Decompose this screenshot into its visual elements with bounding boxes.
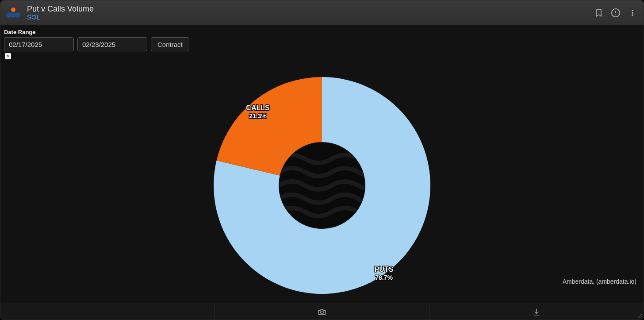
chart-area: PUTS78.7%CALLS21.3% Amberdata, (amberdat… (0, 60, 644, 304)
brand-logo (4, 4, 23, 22)
expand-toggle[interactable]: > (5, 53, 11, 59)
svg-point-16 (321, 311, 324, 314)
svg-text:21.3%: 21.3% (249, 112, 267, 120)
svg-point-8 (632, 12, 633, 13)
attribution-text: Amberdata, (amberdata.io) (563, 278, 636, 285)
bookmark-icon[interactable] (594, 8, 604, 18)
page-subtitle: SOL (27, 13, 94, 21)
more-vertical-icon[interactable] (628, 8, 637, 18)
svg-point-0 (11, 8, 15, 12)
donut-chart: PUTS78.7%CALLS21.3% (198, 62, 446, 309)
svg-point-9 (632, 14, 633, 15)
svg-text:PUTS: PUTS (375, 266, 394, 273)
svg-text:CALLS: CALLS (246, 104, 270, 112)
page-title: Put v Calls Volume (27, 4, 94, 14)
app-window: Put v Calls Volume SOL (0, 0, 644, 320)
date-start-input[interactable] (4, 37, 74, 51)
header-bar: Put v Calls Volume SOL (0, 0, 644, 25)
footer-cell-left[interactable] (0, 304, 215, 320)
alert-circle-icon[interactable] (611, 8, 621, 18)
download-button[interactable] (429, 304, 644, 320)
date-end-input[interactable] (77, 37, 147, 51)
resize-handle-icon[interactable] (638, 314, 642, 318)
controls-panel: Date Range Contract > (0, 25, 644, 60)
download-icon (532, 308, 541, 316)
header-actions (594, 8, 637, 18)
contract-button[interactable]: Contract (151, 37, 189, 51)
svg-point-7 (632, 10, 633, 11)
svg-text:78.7%: 78.7% (375, 274, 393, 281)
title-block: Put v Calls Volume SOL (27, 4, 94, 21)
svg-point-3 (15, 12, 20, 18)
date-range-label: Date Range (4, 29, 640, 35)
svg-point-6 (615, 14, 616, 15)
